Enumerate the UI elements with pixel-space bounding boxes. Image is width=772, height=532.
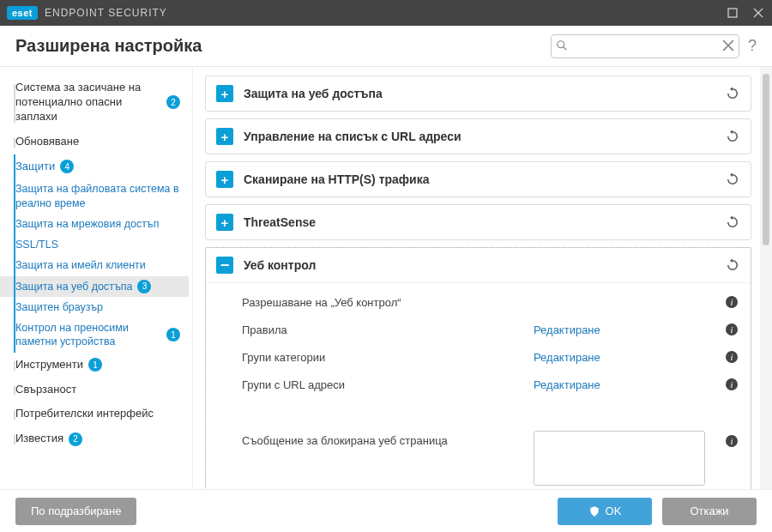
revert-icon[interactable] [725, 215, 740, 230]
edit-link[interactable]: Редактиране [534, 351, 600, 364]
scrollbar-thumb[interactable] [763, 74, 769, 245]
blocked-page-message-input[interactable] [534, 431, 705, 486]
expand-icon: + [216, 214, 233, 231]
row-label: Групи категории [242, 351, 534, 364]
search-input[interactable] [551, 34, 739, 58]
sidebar-item-ssltls[interactable]: SSL/TLS [0, 234, 189, 255]
svg-text:i: i [730, 436, 733, 446]
row-label: Съобщение за блокирана уеб страница [242, 431, 534, 447]
sidebar-item-email-clients[interactable]: Защита на имейл клиенти [0, 255, 189, 275]
info-icon[interactable]: i [725, 378, 739, 391]
sidebar-item-realtime-fs[interactable]: Защита на файловата система в реално вре… [0, 178, 189, 214]
revert-icon[interactable] [725, 86, 740, 101]
panel-web-control: − Уеб контрол Разрешаване на „Уеб контро… [205, 247, 751, 489]
collapse-icon: − [216, 257, 233, 274]
row-enable-web-control: Разрешаване на „Уеб контрол“ i [206, 288, 751, 316]
svg-text:i: i [730, 352, 733, 362]
sidebar-item-web-access[interactable]: Защита на уеб достъпа 3 [0, 276, 189, 297]
sidebar-item-network-access[interactable]: Защита на мрежовия достъп [0, 214, 189, 234]
panel-url-list-management: + Управление на списък с URL адреси [205, 118, 751, 154]
svg-text:i: i [730, 297, 733, 307]
sidebar-item-removable-media[interactable]: Контрол на преносими паметни устройства … [0, 317, 189, 353]
sidebar-item-tools[interactable]: Инструменти 1 [0, 353, 189, 378]
footer: По подразбиране OK Откажи [0, 489, 772, 532]
clear-search-icon[interactable] [722, 39, 734, 55]
row-label: Групи с URL адреси [242, 378, 534, 391]
badge: 3 [137, 280, 151, 293]
edit-link[interactable]: Редактиране [534, 378, 600, 391]
ok-button[interactable]: OK [558, 498, 652, 525]
content-area: + Защита на уеб достъпа + Управление на … [193, 67, 760, 489]
row-rules: Правила Редактиране i [206, 316, 751, 343]
panel-title: ThreatSense [244, 215, 316, 229]
sidebar-item-protections[interactable]: Защити 4 [0, 154, 189, 179]
badge: 2 [69, 432, 82, 446]
expand-icon: + [216, 85, 233, 102]
svg-line-2 [564, 46, 567, 50]
sidebar-item-update[interactable]: Обновяване [0, 130, 189, 154]
svg-text:i: i [730, 379, 733, 390]
cancel-button[interactable]: Откажи [662, 498, 757, 525]
svg-rect-0 [728, 9, 737, 17]
shield-icon [588, 505, 600, 517]
row-category-groups: Групи категории Редактиране i [206, 343, 751, 371]
panel-header[interactable]: − Уеб контрол [206, 248, 751, 283]
product-title: ENDPOINT SECURITY [45, 7, 167, 19]
revert-icon[interactable] [725, 129, 740, 144]
panel-title: Уеб контрол [244, 258, 316, 272]
panel-title: Защита на уеб достъпа [244, 87, 383, 100]
panel-header[interactable]: + Управление на списък с URL адреси [206, 119, 751, 154]
search-box [551, 34, 739, 58]
badge: 1 [88, 358, 102, 372]
badge: 4 [60, 160, 74, 173]
sidebar-item-notifications[interactable]: Известия 2 [0, 426, 189, 451]
maximize-icon[interactable] [726, 8, 739, 18]
svg-text:i: i [730, 324, 733, 335]
sidebar-item-connectivity[interactable]: Свързаност [0, 378, 189, 402]
info-icon[interactable]: i [725, 431, 739, 448]
brand-badge: eset [7, 6, 38, 20]
row-url-groups: Групи с URL адреси Редактиране i [206, 371, 751, 398]
titlebar: eset ENDPOINT SECURITY [0, 0, 772, 26]
revert-icon[interactable] [725, 257, 740, 273]
scrollbar[interactable] [760, 67, 772, 489]
panel-header[interactable]: + Защита на уеб достъпа [206, 76, 751, 111]
svg-point-1 [558, 40, 564, 47]
page-title: Разширена настройка [15, 36, 202, 56]
search-icon [556, 39, 568, 55]
default-button[interactable]: По подразбиране [15, 498, 136, 525]
edit-link[interactable]: Редактиране [534, 323, 600, 336]
revert-icon[interactable] [725, 172, 740, 187]
row-label: Правила [242, 323, 534, 336]
panel-header[interactable]: + Сканиране на HTTP(S) трафика [206, 162, 751, 196]
info-icon[interactable]: i [725, 295, 739, 309]
info-icon[interactable]: i [725, 350, 739, 364]
help-icon[interactable]: ? [748, 37, 757, 55]
panel-title: Управление на списък с URL адреси [244, 130, 461, 143]
panel-web-access-protection: + Защита на уеб достъпа [205, 76, 751, 112]
row-label: Разрешаване на „Уеб контрол“ [242, 296, 534, 309]
expand-icon: + [216, 171, 233, 188]
info-icon[interactable]: i [725, 323, 739, 336]
row-blocked-page-message: Съобщение за блокирана уеб страница i [206, 424, 751, 489]
panel-title: Сканиране на HTTP(S) трафика [244, 172, 430, 186]
header: Разширена настройка ? [0, 26, 772, 67]
sidebar-item-secure-browser[interactable]: Защитен браузър [0, 297, 189, 317]
panel-https-scanning: + Сканиране на HTTP(S) трафика [205, 161, 751, 197]
panel-body: Разрешаване на „Уеб контрол“ i Правила Р… [206, 283, 751, 489]
badge: 2 [166, 95, 180, 109]
panel-header[interactable]: + ThreatSense [206, 205, 751, 239]
panel-threatsense: + ThreatSense [205, 204, 751, 240]
sidebar: Система за засичане на потенциално опасн… [0, 67, 193, 489]
badge: 1 [166, 328, 180, 342]
sidebar-item-threats[interactable]: Система за засичане на потенциално опасн… [0, 76, 189, 130]
sidebar-item-ui[interactable]: Потребителски интерфейс [0, 402, 189, 426]
expand-icon: + [216, 128, 233, 145]
close-icon[interactable] [751, 8, 765, 18]
